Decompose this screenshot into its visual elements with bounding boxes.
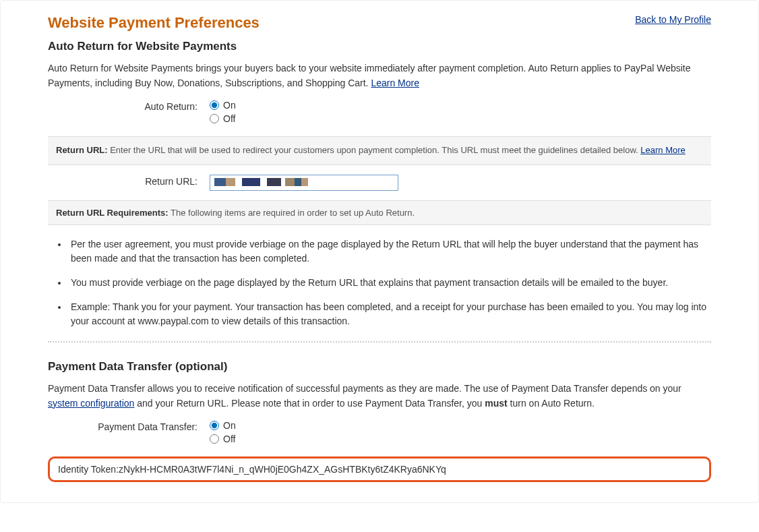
auto-return-options: On Off bbox=[210, 100, 711, 127]
requirement-item: You must provide verbiage on the page di… bbox=[68, 276, 711, 291]
return-url-requirements-bar: Return URL Requirements: The following i… bbox=[48, 200, 711, 225]
back-to-profile-link[interactable]: Back to My Profile bbox=[635, 14, 711, 25]
pdt-description-post: turn on Auto Return. bbox=[508, 398, 595, 409]
identity-token-label: Identity Token: bbox=[58, 464, 119, 475]
return-url-requirements-text: The following items are required in orde… bbox=[169, 208, 415, 218]
page-header-row: Website Payment Preferences Back to My P… bbox=[48, 14, 711, 32]
page-container: Website Payment Preferences Back to My P… bbox=[0, 0, 759, 503]
auto-return-description: Auto Return for Website Payments brings … bbox=[48, 61, 711, 90]
return-url-field-label: Return URL: bbox=[48, 175, 210, 187]
auto-return-off-label: Off bbox=[223, 113, 235, 124]
identity-token-box: Identity Token:zNykH-HCMR0A3tWF7l4Ni_n_q… bbox=[48, 456, 711, 482]
pdt-off-radio[interactable] bbox=[210, 434, 219, 444]
pdt-description-mid: and your Return URL. Please note that in… bbox=[134, 398, 485, 409]
page-content: Website Payment Preferences Back to My P… bbox=[1, 1, 758, 502]
pdt-label: Payment Data Transfer: bbox=[48, 420, 210, 432]
pdt-must-word: must bbox=[485, 398, 507, 409]
return-url-requirements-list: Per the user agreement, you must provide… bbox=[48, 237, 711, 329]
auto-return-on-label: On bbox=[223, 100, 236, 111]
pdt-on-radio[interactable] bbox=[210, 421, 219, 430]
requirement-item: Example: Thank you for your payment. You… bbox=[68, 300, 711, 329]
return-url-value-obscured bbox=[214, 178, 329, 186]
auto-return-off-radio[interactable] bbox=[210, 114, 219, 123]
requirement-item: Per the user agreement, you must provide… bbox=[68, 237, 711, 266]
return-url-info-bar: Return URL: Enter the URL that will be u… bbox=[48, 136, 711, 165]
return-url-field-row: Return URL: bbox=[48, 175, 711, 191]
auto-return-section-title: Auto Return for Website Payments bbox=[48, 40, 711, 53]
pdt-radio-row: Payment Data Transfer: On Off bbox=[48, 420, 711, 447]
return-url-info-label: Return URL: bbox=[56, 145, 108, 155]
auto-return-on-radio[interactable] bbox=[210, 100, 219, 110]
auto-return-on-option[interactable]: On bbox=[210, 100, 711, 111]
pdt-description-pre: Payment Data Transfer allows you to rece… bbox=[48, 383, 681, 394]
return-url-field-col bbox=[210, 175, 711, 191]
system-configuration-link[interactable]: system configuration bbox=[48, 398, 134, 409]
pdt-options: On Off bbox=[210, 420, 711, 447]
pdt-off-label: Off bbox=[223, 434, 235, 444]
auto-return-learn-more-link[interactable]: Learn More bbox=[371, 78, 419, 88]
page-title: Website Payment Preferences bbox=[48, 14, 260, 32]
pdt-on-option[interactable]: On bbox=[210, 420, 711, 431]
return-url-input[interactable] bbox=[210, 175, 398, 191]
auto-return-off-option[interactable]: Off bbox=[210, 113, 711, 124]
pdt-description: Payment Data Transfer allows you to rece… bbox=[48, 382, 711, 411]
auto-return-radio-row: Auto Return: On Off bbox=[48, 100, 711, 127]
return-url-info-text: Enter the URL that will be used to redir… bbox=[108, 145, 641, 155]
pdt-off-option[interactable]: Off bbox=[210, 434, 711, 444]
return-url-learn-more-link[interactable]: Learn More bbox=[640, 145, 685, 155]
auto-return-label: Auto Return: bbox=[48, 100, 210, 112]
section-divider bbox=[48, 341, 711, 343]
pdt-on-label: On bbox=[223, 420, 236, 431]
auto-return-description-text: Auto Return for Website Payments brings … bbox=[48, 63, 691, 88]
identity-token-value: zNykH-HCMR0A3tWF7l4Ni_n_qWH0jE0Gh4ZX_AGs… bbox=[119, 464, 446, 475]
return-url-requirements-label: Return URL Requirements: bbox=[56, 208, 169, 218]
pdt-section-title: Payment Data Transfer (optional) bbox=[48, 360, 711, 374]
